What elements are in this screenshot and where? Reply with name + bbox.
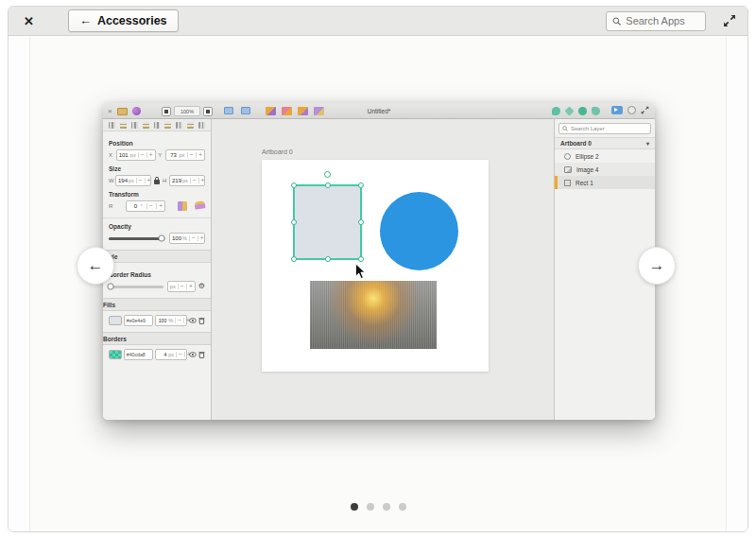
app-fullscreen-icon[interactable] [641,106,649,114]
y-decrement-button[interactable]: − [187,152,194,159]
settings-icon[interactable] [627,106,636,114]
design-canvas[interactable]: Artboard 0 [212,119,554,420]
collapse-caret-icon[interactable]: ▾ [646,140,649,147]
distribute-h-icon[interactable] [176,122,182,129]
border-width-field[interactable]: 4 px − + [155,349,187,360]
align-left-icon[interactable] [109,122,115,129]
layer-row-ellipse[interactable]: Ellipse 2 [555,149,655,163]
carousel-dot-4[interactable] [399,503,406,511]
app-close-icon[interactable]: × [108,108,112,115]
zoom-level[interactable]: 100% [174,106,200,116]
layer-search-box[interactable]: Search Layer [558,123,651,134]
size-section-label: Size [109,165,205,172]
rotation-field[interactable]: 0 ° − + [126,200,165,212]
artboard-tool-icon[interactable] [241,107,250,114]
opacity-field[interactable]: 100 % − + [169,233,205,244]
w-increment-button[interactable]: + [145,178,151,184]
align-right-icon[interactable] [131,122,138,129]
align-middle-icon[interactable] [154,122,161,129]
prev-arrow-icon: ← [88,256,104,275]
height-field[interactable]: 219 px − + [169,175,205,186]
y-position-field[interactable]: 73 px − + [165,149,205,161]
br-decrement-button[interactable]: − [178,284,184,290]
lock-ratio-icon[interactable] [153,176,161,185]
resize-handle-se[interactable] [358,256,364,262]
open-file-icon[interactable] [117,108,128,115]
ellipse-layer-icon [564,153,571,160]
pencil-tool-icon[interactable] [564,106,574,115]
fill-op-decrement-button[interactable]: − [175,318,181,324]
rotation-handle[interactable] [324,171,331,178]
artboard-label[interactable]: Artboard 0 [262,148,293,155]
distribute-v-icon[interactable] [187,122,194,129]
br-increment-button[interactable]: + [186,284,193,290]
back-button[interactable]: ← Accessories [68,9,179,32]
resize-handle-sw[interactable] [291,256,297,262]
selected-rect-shape[interactable] [293,184,362,260]
brush-tool-icon[interactable] [592,107,600,115]
layer-row-image[interactable]: Image 4 [555,163,655,176]
opacity-slider[interactable] [109,237,165,240]
carousel-prev-button[interactable]: ← [77,247,114,285]
resize-handle-ne[interactable] [358,182,364,188]
opacity-increment-button[interactable]: + [198,235,204,242]
insert-ellipse-icon[interactable] [282,107,292,115]
search-apps-box[interactable] [606,11,706,31]
resize-handle-n[interactable] [325,182,331,188]
ellipse-shape[interactable] [380,192,458,270]
border-radius-slider[interactable] [109,286,163,288]
border-delete-trash-icon[interactable] [198,351,205,358]
flip-vertical-icon[interactable] [194,200,205,209]
zoom-in-button[interactable] [203,107,213,116]
fill-color-swatch[interactable] [109,316,122,325]
x-increment-button[interactable]: + [146,152,153,159]
fill-delete-trash-icon[interactable] [198,317,205,324]
resize-handle-e[interactable] [358,219,364,225]
carousel-next-button[interactable]: → [638,247,676,285]
resize-handle-w[interactable] [291,219,297,225]
close-dialog-button[interactable]: ✕ [20,13,38,29]
align-bottom-icon[interactable] [164,122,171,129]
artboard-layer-row[interactable]: Artboard 0 ▾ [555,137,655,149]
carousel-dot-1[interactable] [351,503,358,511]
shape-tool-icon[interactable] [224,107,233,114]
align-top-icon[interactable] [143,122,149,129]
r-decrement-button[interactable]: − [146,203,153,210]
x-position-field[interactable]: 101 px − + [116,149,156,161]
flip-horizontal-icon[interactable] [178,201,187,211]
search-apps-input[interactable] [626,15,699,26]
width-field[interactable]: 194 px − + [115,175,151,186]
export-icon[interactable] [611,106,623,114]
h-increment-button[interactable]: + [198,178,205,184]
insert-rect-icon[interactable] [266,107,276,115]
color-tool-icon[interactable] [578,107,587,115]
border-radius-field[interactable]: px − + [167,281,196,292]
border-color-swatch[interactable] [109,350,122,359]
fill-hex-field[interactable]: #e0e4e9 [124,315,154,326]
resize-handle-nw[interactable] [291,182,297,188]
x-decrement-button[interactable]: − [138,152,145,159]
fill-opacity-field[interactable]: 100 % − + [155,315,187,326]
border-visibility-eye-icon[interactable] [189,352,197,357]
r-increment-button[interactable]: + [156,203,163,210]
image-shape[interactable] [310,281,437,349]
border-w-decrement-button[interactable]: − [176,352,182,358]
carousel-dot-3[interactable] [383,503,390,511]
pen-tool-icon[interactable] [552,107,560,115]
y-increment-button[interactable]: + [196,152,202,159]
carousel-dot-2[interactable] [367,503,374,511]
layer-row-rect[interactable]: Rect 1 [555,176,655,189]
resize-handle-s[interactable] [325,256,331,262]
insert-image-icon[interactable] [314,107,324,115]
opacity-decrement-button[interactable]: − [189,235,196,242]
fill-visibility-eye-icon[interactable] [189,318,197,323]
border-radius-options-icon[interactable]: ⚙ [198,283,205,290]
tidy-icon[interactable] [198,122,205,129]
insert-text-icon[interactable] [298,107,308,115]
h-decrement-button[interactable]: − [190,178,197,184]
w-decrement-button[interactable]: − [136,178,143,184]
border-hex-field[interactable]: #40cda8 [124,349,154,360]
zoom-out-button[interactable] [162,107,171,116]
fullscreen-icon[interactable] [723,14,736,27]
align-center-icon[interactable] [120,122,127,129]
